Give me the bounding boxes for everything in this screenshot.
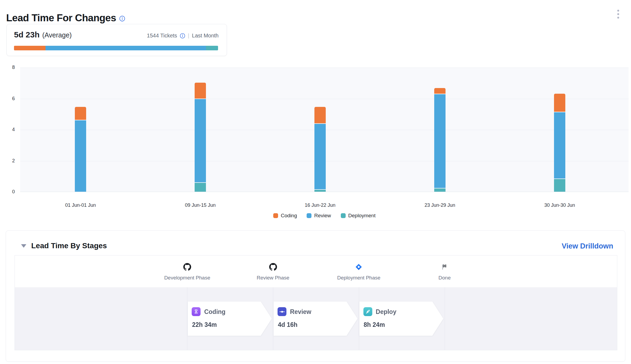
- legend-swatch: [273, 213, 278, 218]
- lead-time-chart: 02468 01 Jun-01 Jun09 Jun-15 Jun16 Jun-2…: [0, 0, 631, 226]
- bar-09-jun-15-jun[interactable]: [195, 67, 206, 192]
- bar-segment-deployment[interactable]: [554, 179, 565, 192]
- bar-16-jun-22-jun[interactable]: [314, 67, 326, 192]
- stages-table-header: Development PhaseReview PhaseDeployment …: [15, 256, 617, 287]
- stages-table: Development PhaseReview PhaseDeployment …: [15, 255, 617, 350]
- stage-name: Review: [290, 308, 311, 316]
- bar-segment-deployment[interactable]: [195, 183, 206, 192]
- bar-segment-coding[interactable]: [434, 88, 446, 94]
- stage-card-coding[interactable]: Coding22h 34m: [188, 302, 272, 336]
- stage-card-review[interactable]: Review4d 16h: [274, 302, 357, 336]
- checkered-flag-icon: [404, 262, 485, 271]
- bar-segment-review[interactable]: [314, 124, 326, 189]
- legend-item-review[interactable]: Review: [307, 213, 331, 219]
- bar-segment-coding[interactable]: [195, 83, 206, 99]
- chart-legend: CodingReviewDeployment: [20, 213, 629, 219]
- stages-table-body: Coding22h 34mReview4d 16hDeploy8h 24m: [15, 287, 617, 350]
- stage-name: Deploy: [376, 308, 397, 316]
- legend-label: Coding: [281, 213, 297, 219]
- column-divider: [445, 287, 445, 350]
- y-axis-tick-0: 0: [0, 189, 15, 195]
- hourglass-icon: [192, 307, 201, 316]
- stage-name: Coding: [204, 308, 225, 316]
- phase-header-review-phase: Review Phase: [233, 256, 313, 281]
- commit-icon: [278, 307, 286, 316]
- x-axis-label: 09 Jun-15 Jun: [185, 202, 216, 208]
- phase-label: Review Phase: [233, 275, 313, 281]
- x-axis-label: 23 Jun-29 Jun: [425, 202, 455, 208]
- bar-segment-deployment[interactable]: [314, 190, 326, 192]
- bar-segment-deployment[interactable]: [434, 188, 446, 192]
- stage-card-arrow-shape: [274, 302, 357, 336]
- chart-plot-area: [20, 68, 629, 192]
- phase-header-done: Done: [404, 256, 485, 281]
- legend-item-deployment[interactable]: Deployment: [341, 213, 376, 219]
- column-divider: [187, 287, 187, 350]
- phase-header-development-phase: Development Phase: [147, 256, 227, 281]
- y-axis-tick-6: 6: [0, 96, 15, 102]
- bar-segment-review[interactable]: [75, 120, 86, 192]
- column-divider: [359, 287, 359, 350]
- panel-title: Lead Time By Stages: [31, 242, 107, 250]
- stage-card-deploy[interactable]: Deploy8h 24m: [359, 302, 443, 336]
- legend-item-coding[interactable]: Coding: [273, 213, 297, 219]
- bar-segment-review[interactable]: [434, 94, 446, 188]
- rocket-icon: [363, 307, 372, 316]
- bar-segment-review[interactable]: [554, 112, 565, 178]
- bar-23-jun-29-jun[interactable]: [434, 67, 446, 192]
- phase-label: Deployment Phase: [318, 275, 399, 281]
- lead-time-by-stages-panel: Lead Time By Stages View Drilldown Devel…: [6, 230, 625, 362]
- stage-duration: 22h 34m: [192, 321, 217, 328]
- bar-segment-review[interactable]: [195, 99, 206, 183]
- collapse-triangle-icon[interactable]: [21, 244, 26, 248]
- bar-segment-coding[interactable]: [75, 107, 86, 120]
- legend-swatch: [307, 213, 311, 218]
- stage-duration: 8h 24m: [364, 321, 385, 328]
- column-divider: [273, 287, 273, 350]
- panel-collapse-header[interactable]: Lead Time By Stages: [21, 242, 107, 250]
- phase-label: Development Phase: [147, 275, 227, 281]
- legend-swatch: [341, 213, 346, 218]
- phase-header-deployment-phase: Deployment Phase: [318, 256, 399, 281]
- x-axis-label: 16 Jun-22 Jun: [305, 202, 335, 208]
- stage-duration: 4d 16h: [278, 321, 297, 328]
- y-axis-tick-2: 2: [0, 158, 15, 164]
- bar-segment-coding[interactable]: [554, 94, 565, 111]
- bar-segment-coding[interactable]: [314, 107, 326, 123]
- y-axis-tick-4: 4: [0, 127, 15, 132]
- legend-label: Deployment: [348, 213, 376, 219]
- github-icon: [233, 262, 313, 271]
- legend-label: Review: [314, 213, 331, 219]
- view-drilldown-link[interactable]: View Drilldown: [562, 242, 613, 250]
- github-icon: [147, 262, 227, 271]
- stage-card-arrow-shape: [188, 302, 272, 336]
- x-axis-label: 30 Jun-30 Jun: [544, 202, 575, 208]
- y-axis-tick-8: 8: [0, 65, 15, 70]
- bar-30-jun-30-jun[interactable]: [554, 67, 565, 192]
- bar-01-jun-01-jun[interactable]: [75, 67, 86, 192]
- x-axis-label: 01 Jun-01 Jun: [65, 202, 96, 208]
- stage-card-arrow-shape: [359, 302, 443, 336]
- jira-icon: [318, 262, 399, 271]
- phase-label: Done: [404, 275, 485, 281]
